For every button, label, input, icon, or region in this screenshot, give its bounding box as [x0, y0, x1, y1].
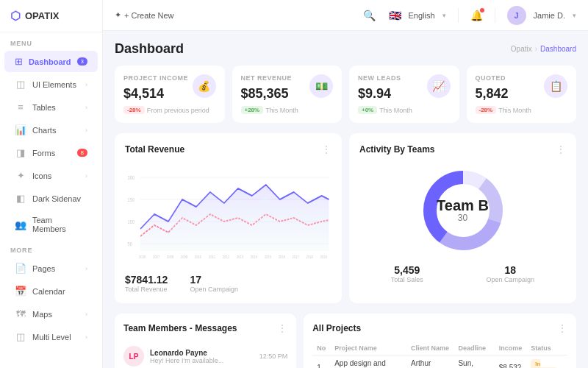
chart-menu-icon[interactable]: ⋮	[321, 144, 331, 155]
stat-card-new-leads: NEW LEADS $9.94 +0% This Month 📈	[349, 66, 459, 123]
team-messages-card: Team Members - Messages ⋮ LP Leonardo Pa…	[115, 314, 296, 368]
dashboard-badge: 3	[77, 57, 87, 66]
donut-center: Team B 30	[437, 198, 489, 223]
stat-badge: -28%	[123, 106, 145, 114]
team-member-name: Leonardo Payne	[150, 349, 254, 357]
donut-center-value: 30	[437, 213, 489, 223]
donut-stat-sales: 5,459 Total Sales	[391, 264, 423, 283]
activity-teams-card: Activity By Teams ⋮	[349, 133, 576, 303]
svg-text:2026: 2026	[139, 254, 146, 259]
team-avatar: LP	[123, 346, 144, 367]
arrow-icon: ›	[85, 104, 87, 111]
client-name: Arthur Powell	[406, 355, 453, 369]
donut-stat-label: Total Sales	[391, 276, 423, 283]
projects-column-header: Project Name	[330, 342, 406, 355]
sidebar-item-icons[interactable]: ✦ Icons ›	[4, 165, 98, 186]
stat-icon: 💰	[193, 74, 216, 98]
sidebar-item-team-members[interactable]: 👥 Team Members	[4, 210, 98, 238]
sidebar-item-label: Tables	[32, 103, 56, 112]
language-selector[interactable]: English	[409, 11, 435, 20]
search-icon[interactable]: 🔍	[363, 10, 376, 21]
stat-icon: 📈	[427, 74, 451, 98]
notification-dot	[480, 8, 484, 13]
chart-stat-label: Open Campaign	[190, 286, 238, 293]
sidebar-item-label: Team Members	[32, 216, 87, 233]
total-revenue-chart-card: Total Revenue ⋮ 300 150 100 50	[115, 133, 342, 303]
svg-text:2007: 2007	[153, 254, 159, 259]
sidebar-item-label: Dashboard	[29, 57, 71, 66]
svg-text:2008: 2008	[167, 254, 173, 259]
notification-bell[interactable]: 🔔	[470, 10, 483, 21]
dashboard-icon: ⊞	[15, 56, 23, 67]
stat-change-text: From previous period	[147, 107, 209, 114]
arrow-icon: ›	[85, 127, 87, 134]
svg-text:150: 150	[128, 197, 135, 202]
project-no: 1	[312, 355, 330, 369]
table-row[interactable]: 1 App design and development Arthur Powe…	[312, 355, 567, 369]
maps-icon: 🗺	[15, 308, 26, 319]
all-projects-card: All Projects ⋮ NoProject NameClient Name…	[304, 314, 576, 368]
user-name[interactable]: Jamie D.	[534, 11, 565, 20]
svg-text:300: 300	[128, 174, 135, 180]
main-content: ✦ + Create New 🔍 🇬🇧 English ▾ 🔔 J Jamie …	[103, 0, 588, 368]
sidebar-item-dark-sidenav[interactable]: ◧ Dark Sidenav	[4, 188, 98, 209]
donut-card-header: Activity By Teams ⋮	[359, 144, 566, 155]
chart-stat-revenue: $7841.12 Total Revenue	[125, 274, 168, 293]
svg-text:2009: 2009	[181, 254, 187, 259]
arrow-icon: ›	[85, 333, 87, 341]
sidebar-item-label: Calendar	[32, 287, 65, 296]
stat-change-text: This Month	[379, 107, 412, 114]
sidebar-item-dashboard[interactable]: ⊞ Dashboard 3	[4, 51, 98, 72]
deadline: Sun, 08/10	[453, 355, 494, 369]
arrow-icon: ›	[85, 81, 87, 88]
svg-text:2014: 2014	[251, 254, 257, 259]
svg-text:100: 100	[128, 219, 135, 224]
sidebar-item-charts[interactable]: 📊 Charts ›	[4, 119, 98, 141]
breadcrumb-current: Dashboard	[540, 45, 576, 53]
chart-card-header: Total Revenue ⋮	[125, 144, 331, 155]
flag-icon: 🇬🇧	[389, 10, 401, 21]
sidebar-item-pages[interactable]: 📄 Pages ›	[4, 258, 98, 279]
logo-text: OPATIX	[25, 10, 59, 21]
pages-icon: 📄	[15, 263, 26, 274]
project-name: App design and development	[330, 355, 406, 369]
sidebar-item-label: Forms	[32, 149, 55, 158]
forms-badge: 8	[77, 149, 87, 157]
projects-column-header: Income	[495, 342, 527, 355]
arrow-icon: ›	[85, 172, 87, 180]
sidebar-item-maps[interactable]: 🗺 Maps ›	[4, 303, 98, 325]
svg-text:50: 50	[128, 241, 132, 247]
create-new-button[interactable]: ✦ + Create New	[115, 10, 174, 20]
user-avatar: J	[507, 6, 526, 25]
create-label: + Create New	[124, 11, 174, 20]
team-menu-icon[interactable]: ⋮	[277, 322, 287, 334]
donut-menu-icon[interactable]: ⋮	[556, 144, 566, 155]
sidebar-item-label: Charts	[32, 126, 56, 135]
multi-level-icon: ◫	[15, 331, 26, 342]
topbar-divider	[458, 8, 459, 23]
lang-arrow-icon: ▾	[442, 12, 446, 19]
chart-stat-value: $7841.12	[125, 274, 168, 286]
sidebar-item-label: Icons	[32, 171, 51, 180]
chart-stat-value: 17	[190, 274, 238, 286]
donut-stat-campaign: 18 Open Campaign	[487, 264, 535, 283]
team-member[interactable]: LP Leonardo Payne Hey! Here I'm availabl…	[123, 342, 287, 368]
svg-text:2019: 2019	[320, 254, 327, 259]
projects-menu-icon[interactable]: ⋮	[557, 322, 567, 334]
team-member-message: Hey! Here I'm available...	[150, 357, 245, 364]
sidebar-item-ui-elements[interactable]: ◫ UI Elements ›	[4, 74, 98, 95]
donut-title: Activity By Teams	[359, 144, 435, 155]
stat-badge: +28%	[241, 106, 264, 114]
sidebar-item-multi-level[interactable]: ◫ Multi Level ›	[4, 326, 98, 347]
svg-text:2016: 2016	[279, 254, 285, 259]
team-card-header: Team Members - Messages ⋮	[123, 322, 287, 334]
sidebar-item-calendar[interactable]: 📅 Calendar	[4, 280, 98, 302]
sidebar-item-tables[interactable]: ≡ Tables ›	[4, 96, 98, 118]
stat-change: -28% From previous period	[123, 106, 216, 114]
icons-icon: ✦	[15, 170, 26, 181]
stat-card-net-revenue: NET REVENUE $85,365 +28% This Month 💵	[232, 66, 343, 123]
sidebar: ⬡ OPATIX MENU ⊞ Dashboard 3 ◫ UI Element…	[0, 0, 103, 368]
logo-icon: ⬡	[10, 9, 21, 23]
donut-center-label: Team B	[437, 198, 489, 213]
sidebar-item-forms[interactable]: ◨ Forms 8	[4, 142, 98, 163]
